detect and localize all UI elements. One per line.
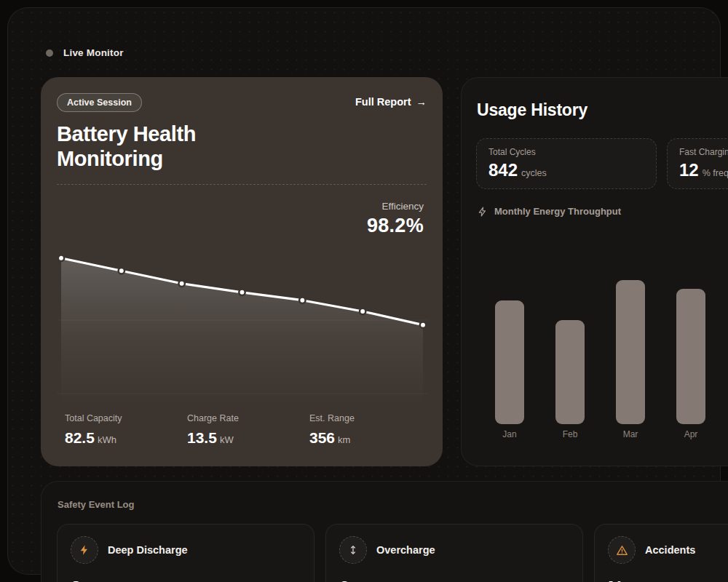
stat-label: Total Capacity xyxy=(65,413,187,423)
bar-label: Apr xyxy=(676,429,705,439)
efficiency-value: 98.2% xyxy=(367,215,424,237)
line-chart-point xyxy=(178,281,184,287)
stat-box-unit: cycles xyxy=(521,168,547,178)
bar-label: Mar xyxy=(616,429,645,439)
monthly-throughput-bar-chart xyxy=(495,274,705,424)
total-cycles-box: Total Cycles 842cycles xyxy=(476,138,657,189)
event-icon-circle xyxy=(71,536,98,564)
line-chart-svg xyxy=(57,252,428,404)
line-chart-point xyxy=(299,298,305,303)
event-card-deep-discharge: Deep Discharge 2 xyxy=(57,524,314,582)
battery-card-title: Battery Health Monitoring xyxy=(57,122,427,171)
full-report-label: Full Report xyxy=(355,96,411,108)
event-value: None xyxy=(608,577,728,582)
line-chart-point xyxy=(119,268,124,274)
stat-box-value: 842cycles xyxy=(488,160,644,180)
event-value: 2 xyxy=(71,577,301,582)
stat-box-value: 12% freq xyxy=(679,160,728,180)
event-value: 0 xyxy=(339,577,569,582)
stat-charge-rate: Charge Rate 13.5kW xyxy=(187,413,309,447)
bar-label: Feb xyxy=(555,429,585,439)
dashed-divider xyxy=(57,184,427,185)
bar-label: Jan xyxy=(495,429,524,439)
arrow-right-icon: → xyxy=(416,96,427,108)
line-chart-point xyxy=(360,308,365,314)
usage-stat-boxes: Total Cycles 842cycles Fast Charging 12%… xyxy=(476,138,728,189)
line-chart-point xyxy=(58,255,64,261)
live-status-dot-icon xyxy=(46,49,53,57)
line-chart-point xyxy=(239,290,245,295)
stat-unit: kW xyxy=(220,434,234,445)
bolt-icon xyxy=(478,207,488,217)
throughput-label-row: Monthly Energy Throughput xyxy=(478,206,621,217)
stat-value: 82.5kWh xyxy=(65,429,187,447)
event-label: Overcharge xyxy=(376,544,435,556)
stat-est-range: Est. Range 356km xyxy=(309,413,432,447)
efficiency-label: Efficiency xyxy=(367,201,424,212)
efficiency-line-chart xyxy=(57,252,428,404)
active-session-badge: Active Session xyxy=(57,93,142,112)
throughput-label: Monthly Energy Throughput xyxy=(494,206,621,217)
fast-charging-box: Fast Charging 12% freq xyxy=(667,138,728,189)
stat-box-label: Total Cycles xyxy=(488,147,644,157)
live-monitor-header: Live Monitor xyxy=(46,47,124,58)
event-label: Accidents xyxy=(645,544,695,556)
event-card-overcharge: Overcharge 0 xyxy=(325,524,583,582)
bar-column xyxy=(676,274,705,424)
line-chart-point xyxy=(420,322,426,327)
stat-unit: km xyxy=(338,434,350,445)
bar-column xyxy=(495,274,524,424)
stat-label: Charge Rate xyxy=(187,413,309,423)
full-report-link[interactable]: Full Report → xyxy=(355,96,427,108)
stat-value: 356km xyxy=(309,429,432,447)
stat-box-unit: % freq xyxy=(703,168,728,178)
bar-apr xyxy=(676,289,705,424)
safety-events-row: Deep Discharge 2 Overcharge 0 xyxy=(57,524,728,582)
bar-jan xyxy=(495,300,524,424)
usage-history-card: Usage History Total Cycles 842cycles Fas… xyxy=(461,77,728,466)
lightning-icon xyxy=(79,544,90,556)
live-monitor-label: Live Monitor xyxy=(63,47,124,58)
stat-label: Est. Range xyxy=(309,413,432,423)
battery-stats-row: Total Capacity 82.5kWh Charge Rate 13.5k… xyxy=(65,413,432,447)
event-label: Deep Discharge xyxy=(108,544,188,556)
stat-total-capacity: Total Capacity 82.5kWh xyxy=(65,413,187,447)
stat-value: 13.5kW xyxy=(187,429,309,447)
event-icon-circle xyxy=(339,536,367,564)
dashboard-shell: Live Monitor Active Session Full Report … xyxy=(7,7,721,575)
event-card-accidents: Accidents None xyxy=(594,524,728,582)
efficiency-readout: Efficiency 98.2% xyxy=(367,201,424,237)
event-icon-circle xyxy=(608,536,636,564)
warning-triangle-icon xyxy=(616,544,628,557)
battery-health-card: Active Session Full Report → Battery Hea… xyxy=(41,77,443,466)
bar-mar xyxy=(616,280,645,424)
stat-unit: kWh xyxy=(98,434,116,445)
usage-history-title: Usage History xyxy=(477,100,728,120)
safety-event-log-card: Safety Event Log Deep Discharge 2 xyxy=(41,481,728,582)
bar-feb xyxy=(555,320,585,424)
bar-column xyxy=(616,274,645,424)
safety-event-log-title: Safety Event Log xyxy=(58,499,728,510)
stat-box-label: Fast Charging xyxy=(679,147,728,157)
arrows-vertical-icon xyxy=(347,544,359,556)
bar-chart-labels: JanFebMarApr xyxy=(495,429,705,439)
bar-column xyxy=(555,274,585,424)
